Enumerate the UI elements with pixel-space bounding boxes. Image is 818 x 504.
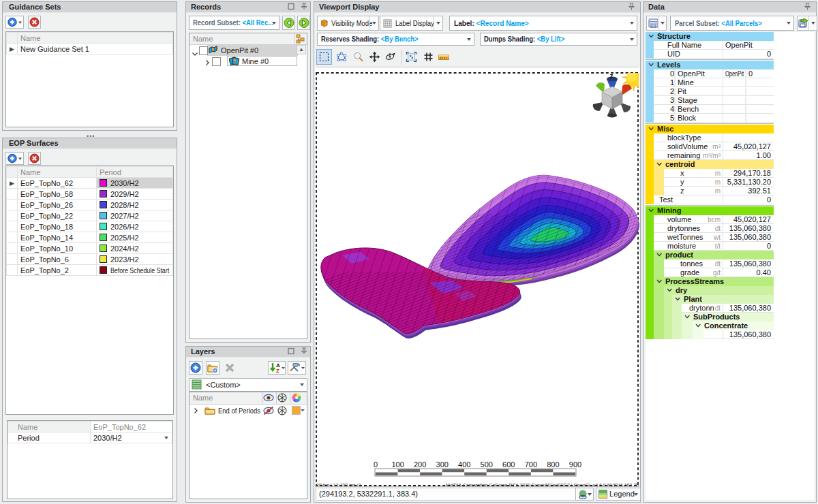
- svg-text:Concentrate: Concentrate: [704, 321, 748, 330]
- svg-text:Pit: Pit: [678, 87, 686, 95]
- svg-text:Z: Z: [276, 368, 279, 374]
- svg-text:volume: volume: [667, 215, 691, 223]
- svg-text:392.51: 392.51: [748, 187, 771, 195]
- svg-text:wt: wt: [713, 234, 721, 241]
- svg-text:135,060,380: 135,060,380: [729, 233, 771, 241]
- svg-text:45,020,127: 45,020,127: [733, 142, 771, 151]
- svg-text:dry: dry: [676, 286, 688, 294]
- svg-text:0: 0: [748, 69, 753, 78]
- svg-text:m: m: [715, 187, 721, 195]
- svg-text:800: 800: [547, 460, 559, 469]
- svg-text:tonnes: tonnes: [680, 259, 703, 268]
- svg-text:5,331,130.20: 5,331,130.20: [727, 178, 771, 186]
- svg-text:700: 700: [525, 460, 537, 469]
- svg-text:135,060,380: 135,060,380: [729, 259, 771, 268]
- svg-text:Mining: Mining: [657, 206, 681, 215]
- svg-text:Stage: Stage: [678, 96, 697, 104]
- svg-text:Bench: Bench: [678, 105, 699, 113]
- svg-text:bcm: bcm: [708, 216, 721, 223]
- svg-text:2: 2: [670, 87, 674, 95]
- svg-text:ProcessStreams: ProcessStreams: [665, 277, 724, 285]
- svg-text:m³: m³: [712, 143, 721, 151]
- svg-text:grade: grade: [680, 268, 699, 277]
- svg-text:blockType: blockType: [667, 133, 701, 142]
- svg-text:0: 0: [767, 242, 771, 250]
- svg-text:600: 600: [502, 460, 515, 469]
- svg-text:remaining: remaining: [667, 151, 700, 159]
- svg-text:g/t: g/t: [713, 269, 721, 277]
- svg-text:0: 0: [767, 195, 771, 204]
- svg-text:centroid: centroid: [665, 160, 695, 168]
- svg-text:500: 500: [481, 460, 493, 469]
- svg-text:0.40: 0.40: [757, 268, 771, 277]
- svg-text:m: m: [715, 170, 721, 177]
- svg-text:m: m: [715, 178, 721, 186]
- svg-text:Full Name: Full Name: [667, 41, 701, 49]
- svg-text:135,060,380: 135,060,380: [729, 304, 771, 312]
- svg-text:wetTonnes: wetTonnes: [667, 233, 703, 241]
- svg-text:m³/m³: m³/m³: [703, 152, 721, 159]
- svg-text:300: 300: [436, 460, 449, 469]
- svg-text:200: 200: [414, 460, 426, 469]
- svg-text:3: 3: [670, 96, 674, 104]
- svg-text:x: x: [680, 169, 684, 177]
- svg-text:z: z: [610, 72, 614, 80]
- svg-text:400: 400: [458, 460, 470, 469]
- svg-text:Plant: Plant: [684, 295, 702, 303]
- svg-text:Structure: Structure: [657, 32, 691, 40]
- svg-text:OpenPit: OpenPit: [678, 69, 705, 78]
- svg-text:dt: dt: [715, 260, 721, 268]
- svg-text:solidVolume: solidVolume: [667, 142, 708, 151]
- svg-text:900: 900: [569, 460, 581, 469]
- svg-text:product: product: [665, 251, 693, 259]
- svg-text:z: z: [680, 187, 684, 195]
- svg-text:moisture: moisture: [667, 242, 696, 250]
- svg-text:OpenPit: OpenPit: [725, 41, 753, 49]
- svg-text:0: 0: [374, 460, 378, 469]
- svg-text:0: 0: [767, 50, 771, 58]
- svg-text:135,060,380: 135,060,380: [729, 330, 771, 338]
- svg-text:Test: Test: [659, 195, 673, 204]
- svg-text:SubProducts: SubProducts: [693, 313, 740, 321]
- svg-text:Misc: Misc: [657, 125, 673, 133]
- svg-text:294,170.18: 294,170.18: [733, 169, 771, 177]
- svg-text:dt: dt: [715, 304, 721, 312]
- svg-text:y: y: [680, 178, 684, 186]
- svg-text:135,060,380: 135,060,380: [729, 224, 771, 232]
- svg-text:Levels: Levels: [657, 61, 680, 69]
- svg-text:5: 5: [670, 114, 674, 122]
- svg-text:Mine: Mine: [678, 78, 694, 86]
- svg-text:UID: UID: [667, 50, 680, 58]
- svg-text:45,020,127: 45,020,127: [733, 215, 771, 223]
- svg-text:1: 1: [670, 78, 674, 86]
- svg-text:OpenPit: OpenPit: [725, 69, 744, 78]
- svg-text:Block: Block: [678, 114, 696, 122]
- svg-text:dt: dt: [715, 225, 721, 232]
- svg-text:t/t: t/t: [715, 242, 721, 250]
- svg-text:drytonnes: drytonnes: [667, 224, 701, 232]
- svg-text:drytonn: drytonn: [689, 304, 714, 312]
- svg-text:1.00: 1.00: [757, 151, 771, 159]
- svg-text:0: 0: [670, 69, 674, 78]
- svg-text:100: 100: [391, 460, 404, 469]
- svg-text:4: 4: [670, 105, 674, 113]
